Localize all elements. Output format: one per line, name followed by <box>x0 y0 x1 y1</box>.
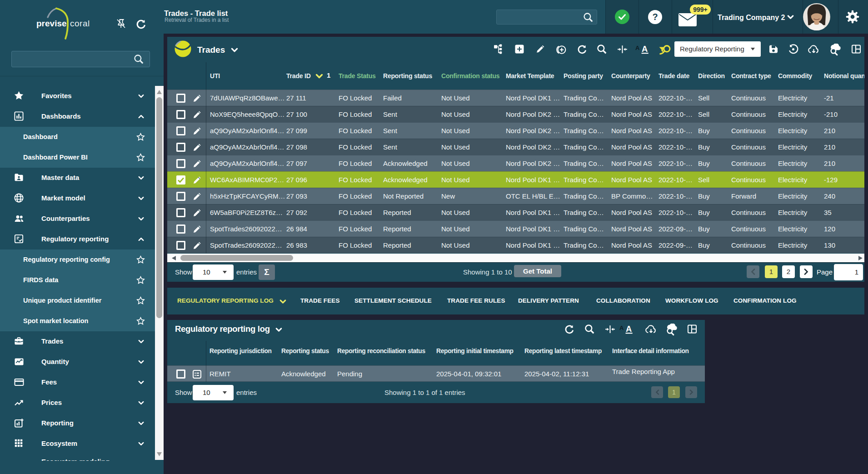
svg-text:A: A <box>635 45 640 51</box>
svg-text:A: A <box>626 324 632 334</box>
svg-text:A: A <box>619 324 624 331</box>
svg-text:A: A <box>642 44 648 54</box>
